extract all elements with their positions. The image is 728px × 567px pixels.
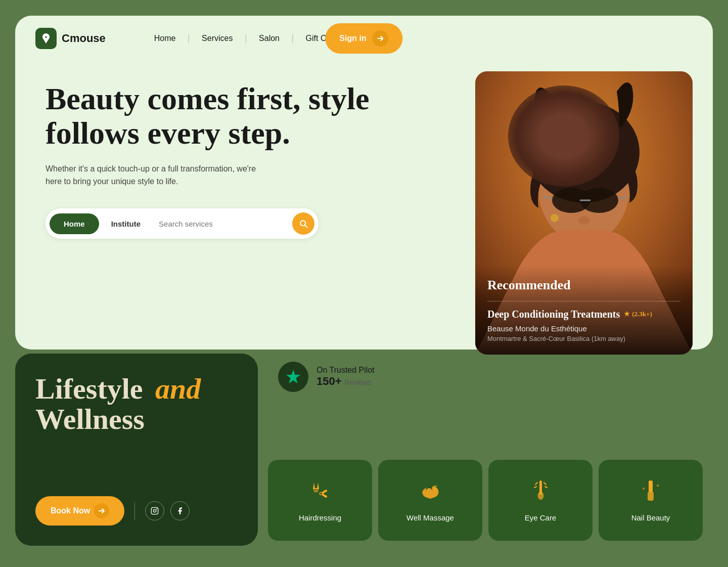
salon-location: Montmartre & Sacré-Cœur Basilica (1km aw… (487, 335, 680, 342)
svg-line-24 (534, 487, 536, 488)
massage-icon (418, 478, 442, 506)
svg-point-30 (643, 488, 645, 490)
svg-point-21 (538, 492, 544, 500)
recommended-overlay: Recommended Deep Conditioning Treatments… (475, 266, 693, 355)
svg-line-23 (544, 483, 546, 485)
service-title: Deep Conditioning Treatments ★ (2.3k+) (487, 309, 680, 320)
eye-care-icon (528, 478, 553, 506)
hero-subtitle: Whether it's a quick touch-up or a full … (46, 162, 268, 188)
svg-point-18 (320, 492, 323, 495)
nav-salon[interactable]: Salon (251, 34, 288, 43)
nav-services[interactable]: Services (194, 34, 241, 43)
svg-point-13 (156, 508, 157, 509)
svg-rect-27 (648, 492, 654, 501)
search-input[interactable] (153, 215, 292, 232)
logo-icon (35, 28, 57, 49)
hero-left: Beauty comes first, style follows every … (46, 71, 455, 355)
nail-icon (639, 478, 663, 506)
rating-badge: ★ (2.3k+) (624, 310, 652, 318)
nav-links: Home | Services | Salon | Gift Card (146, 33, 346, 43)
recommended-divider (487, 301, 680, 301)
svg-rect-28 (649, 481, 653, 484)
book-arrow-icon (94, 503, 109, 518)
lifestyle-card: Lifestyle and Wellness Book Now (15, 354, 258, 546)
lifestyle-accent: and (155, 372, 201, 405)
hero-image-bg: Recommended Deep Conditioning Treatments… (475, 71, 693, 355)
hairdressing-icon (308, 478, 332, 506)
service-card-massage[interactable]: Well Massage (378, 460, 482, 541)
hero-content: Beauty comes first, style follows every … (15, 61, 713, 370)
search-button[interactable] (292, 212, 314, 235)
service-cards: Hairdressing Well Massage (268, 460, 703, 546)
top-card: Cmouse Sign in Home | Services | Salon (15, 16, 713, 350)
svg-rect-0 (44, 36, 48, 37)
service-card-hairdressing[interactable]: Hairdressing (268, 460, 372, 541)
svg-rect-11 (152, 507, 158, 514)
service-card-eyecare[interactable]: Eye Care (488, 460, 593, 541)
nail-label: Nail Beauty (631, 513, 670, 522)
social-divider (134, 502, 135, 520)
hairdressing-label: Hairdressing (299, 513, 341, 522)
nav-home[interactable]: Home (146, 34, 184, 43)
book-now-area: Book Now (35, 496, 238, 526)
lifestyle-title: Lifestyle and Wellness (35, 374, 238, 435)
signin-arrow-icon (373, 30, 389, 47)
hero-image-card: Recommended Deep Conditioning Treatments… (475, 71, 693, 355)
svg-point-10 (551, 214, 559, 222)
svg-point-12 (154, 509, 156, 512)
book-now-button[interactable]: Book Now (35, 496, 124, 526)
svg-line-22 (535, 483, 537, 485)
massage-label: Well Massage (406, 513, 454, 522)
trusted-reviews: 150+ Reviews (316, 375, 375, 388)
tab-home[interactable]: Home (50, 213, 99, 234)
search-bar: Home Institute (46, 208, 318, 239)
eyecare-label: Eye Care (525, 513, 557, 522)
logo-text: Cmouse (62, 32, 106, 45)
svg-marker-14 (286, 370, 300, 383)
svg-point-9 (578, 216, 590, 225)
service-card-nail[interactable]: Nail Beauty (599, 460, 703, 541)
nav-center: Sign in (325, 23, 402, 54)
recommended-label: Recommended (487, 278, 680, 293)
tab-institute[interactable]: Institute (99, 213, 153, 234)
bottom-right: On Trusted Pilot 150+ Reviews (258, 354, 713, 546)
navigation: Cmouse Sign in Home | Services | Salon (15, 16, 713, 61)
signin-button[interactable]: Sign in (325, 23, 402, 54)
salon-name: Beause Monde du Esthétique (487, 324, 680, 333)
hero-title: Beauty comes first, style follows every … (46, 81, 455, 150)
svg-point-29 (657, 485, 659, 487)
instagram-icon[interactable] (145, 501, 164, 520)
svg-line-25 (545, 487, 547, 488)
facebook-icon[interactable] (170, 501, 190, 520)
social-icons (145, 501, 190, 520)
logo-area: Cmouse (35, 28, 106, 49)
bottom-section: Lifestyle and Wellness Book Now (15, 354, 713, 546)
